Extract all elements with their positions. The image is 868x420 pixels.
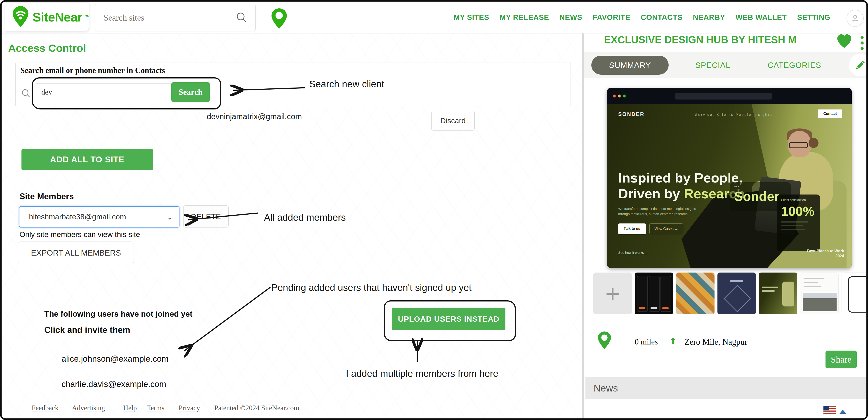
hero-paragraph: We transform complex data into meaningfu… [618,206,700,216]
hero-contact-button: Contact [818,110,842,118]
news-label: News [594,383,618,394]
thumbnail-phone[interactable] [842,273,866,314]
sitenear-app: SiteNear ™ MY SITES MY RELEASE NEWS FAVO… [0,0,868,420]
annotation-upload-note: I added multiple members from here [346,368,498,379]
annotation-pending-users: Pending added users that haven't signed … [271,282,471,293]
hero-badge: Best Places to Work 2024 [806,248,844,259]
thumbnail-navy[interactable] [717,273,756,314]
footer-privacy[interactable]: Privacy [179,404,200,412]
nav-nearby[interactable]: NEARBY [693,13,725,22]
discard-button[interactable]: Discard [431,111,475,131]
map-pin-icon[interactable] [597,331,612,351]
footer-feedback[interactable]: Feedback [32,404,59,412]
location-name: Zero Mile, Nagpur [684,337,747,347]
site-hero-image[interactable]: SONDER Services Clients People Insights … [607,88,852,268]
language-expand-icon[interactable] [839,410,846,414]
search-result-email: devninjamatrix@gmail.com [204,112,305,121]
tab-categories[interactable]: CATEGORIES [768,61,821,70]
more-options-icon[interactable] [860,36,864,52]
url-bar [675,93,772,99]
footer-patent: Patented ©2024 SiteNear.com [214,404,299,412]
nav-news[interactable]: NEWS [559,13,582,22]
pending-users-line1: The following users have not joined yet [44,309,192,319]
thumbnail-phones[interactable] [635,273,673,314]
site-search-box [95,4,256,31]
site-search-input[interactable] [103,4,230,31]
nav-contacts[interactable]: CONTACTS [641,13,682,22]
members-only-note: Only site members can view this site [20,230,140,239]
hero-nav: Services Clients People Insights [695,113,772,117]
traffic-yellow-icon [618,94,621,97]
selected-member: hiteshmarbate38@gmail.com [29,213,126,221]
location-pin-icon[interactable] [271,8,288,30]
distance-value: 0 miles [635,337,658,347]
language-flag-icon[interactable] [823,406,836,415]
hero-cases-button: View Cases → [649,223,684,234]
traffic-red-icon [613,94,616,97]
annotation-all-added-members: All added members [264,212,346,223]
add-all-to-site-button[interactable]: ADD ALL TO SITE [22,149,153,170]
thumbnail-house[interactable] [800,273,839,314]
nav-setting[interactable]: SETTING [797,13,830,22]
annotation-search-new-client: Search new client [309,79,384,90]
thumbnail-olive[interactable] [759,273,797,314]
tab-summary[interactable]: SUMMARY [591,56,669,74]
contact-search-button[interactable]: Search [171,82,210,102]
main-nav: MY SITES MY RELEASE NEWS FAVORITE CONTAC… [454,2,830,33]
logo-text: SiteNear [33,10,82,24]
title-rule [2,58,582,58]
pending-email-2[interactable]: charlie.davis@example.com [61,380,166,389]
hero-headline: Inspired by People, Driven by Research [618,170,745,202]
footer-terms[interactable]: Terms [147,404,164,412]
site-members-select[interactable]: hiteshmarbate38@gmail.com ⌄ [19,206,180,228]
hero-person-bun [809,138,818,148]
delete-member-button[interactable]: DELETE [183,205,229,228]
hero-see-link: See how it works → [618,250,648,254]
chevron-down-icon: ⌄ [167,212,174,221]
nav-my-sites[interactable]: MY SITES [454,13,489,22]
page-title: Access Control [8,42,86,54]
add-image-tile[interactable]: + [593,273,632,314]
browser-chrome [607,88,852,104]
top-navbar: SiteNear ™ MY SITES MY RELEASE NEWS FAVO… [2,2,866,33]
nav-my-release[interactable]: MY RELEASE [500,13,549,22]
site-members-label: Site Members [20,192,74,201]
footer-help[interactable]: Help [123,404,137,412]
hero-talk-button: Talk to us [618,223,646,234]
pending-email-1[interactable]: alice.johnson@example.com [61,354,168,364]
hero-person-glasses [789,142,808,148]
hero-brand: SONDER [618,111,645,117]
profile-icon[interactable] [846,10,864,27]
search-icon[interactable] [236,11,247,24]
share-button[interactable]: Share [826,351,857,368]
thumbnail-sneakers[interactable] [676,273,715,314]
upload-users-button[interactable]: UPLOAD USERS INSTEAD [392,308,505,330]
logo-pin-icon [12,6,29,28]
favorite-heart-icon[interactable] [836,33,852,50]
logo-trademark: ™ [85,14,90,20]
footer-advertising[interactable]: Advertising [72,404,105,412]
pending-users-line2: Click and invite them [44,325,130,335]
export-all-members-button[interactable]: EXPORT ALL MEMBERS [18,242,134,264]
contact-search-label: Search email or phone number in Contacts [20,66,165,75]
nav-web-wallet[interactable]: WEB WALLET [736,13,787,22]
nav-favorite[interactable]: FAVORITE [593,13,630,22]
logo[interactable]: SiteNear ™ [5,2,89,31]
hero-stat-card: Client satisfaction 100% [777,194,820,251]
contact-search-icon [21,88,31,99]
traffic-green-icon [623,94,626,97]
site-title: EXCLUSIVE DESIGN HUB BY HITESH M [604,34,830,46]
news-section-header[interactable]: News [585,377,866,399]
hero-buttons: Talk to us View Cases → [618,223,683,234]
panel-divider[interactable] [582,33,584,418]
distance-up-icon: ⬆ [670,336,676,346]
hero-screen: SONDER Services Clients People Insights … [607,104,852,268]
tab-special[interactable]: SPECIAL [695,61,730,70]
contact-search-input[interactable] [36,83,171,101]
